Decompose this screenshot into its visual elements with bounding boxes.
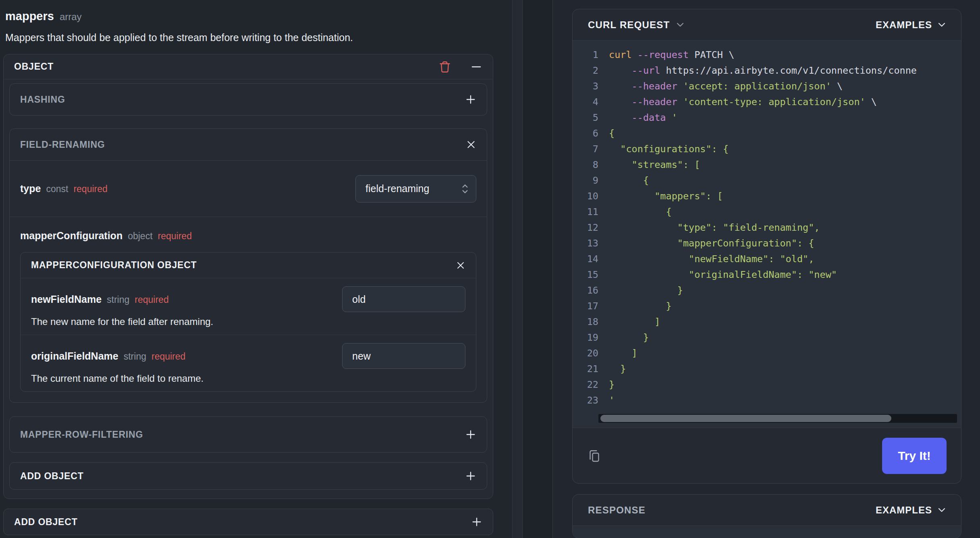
panel-gap [523,0,553,538]
close-icon[interactable] [456,261,465,270]
code-line: curl --request PATCH \ [609,47,961,63]
code-line: ' [609,393,961,408]
original-field-name-block: originalFieldName string required The cu… [21,335,476,391]
code-line-number: 17 [573,298,598,314]
mapper-row-filtering-section: MAPPER-ROW-FILTERING [9,416,487,453]
object-card: OBJECT [3,54,493,499]
code-line-number: 15 [573,267,598,283]
type-field-required: required [73,184,107,195]
hashing-section-header[interactable]: HASHING [10,84,487,115]
type-select[interactable]: field-renaming [355,175,476,203]
chevron-down-icon [938,507,946,513]
add-object-inner-label: ADD OBJECT [20,471,84,482]
code-line: "configurations": { [609,141,961,157]
trash-icon [438,60,452,74]
new-field-name-block: newFieldName string required The new nam… [21,278,476,335]
code-line: --header 'accept: application/json' \ [609,79,961,94]
code-line-number: 11 [573,204,598,220]
code-line-number: 19 [573,330,598,346]
code-line-number: 6 [573,126,598,141]
code-line-number: 8 [573,157,598,173]
add-object-outer-label: ADD OBJECT [14,517,78,528]
code-line: ] [609,314,961,330]
collapse-object-button[interactable] [470,61,482,73]
copy-icon [587,449,602,463]
original-field-name-label: originalFieldName [31,350,118,362]
code-line-number: 4 [573,94,598,110]
curl-request-title: CURL REQUEST [588,19,670,31]
close-icon[interactable] [466,139,476,150]
object-card-title: OBJECT [14,61,54,72]
code-line: "newFieldName": "old", [609,251,961,267]
new-field-name-kind: string [107,294,129,305]
original-field-name-required: required [152,351,185,362]
curl-code-lines: curl --request PATCH \ --url https://api… [609,47,961,408]
add-object-inner-button[interactable]: ADD OBJECT [9,462,487,490]
type-field-kind: const [46,184,68,195]
type-field-row: type const required field-renaming [10,161,487,217]
curl-code-block: 1234567891011121314151617181920212223 cu… [573,41,961,428]
curl-request-footer: Try It! [573,428,961,483]
code-line: "mappers": [ [609,188,961,204]
field-renaming-title: FIELD-RENAMING [20,139,105,150]
response-examples-dropdown[interactable]: EXAMPLES [876,505,946,516]
curl-examples-dropdown[interactable]: EXAMPLES [876,19,946,31]
mapper-configuration-object-card: MAPPERCONFIGURATION OBJECT newFieldName … [20,252,476,392]
delete-object-button[interactable] [438,60,452,74]
mapper-configuration-label: mapperConfiguration [20,230,122,242]
plus-icon [465,470,476,482]
field-description: Mappers that should be applied to the st… [5,32,493,43]
code-line-number: 22 [573,377,598,393]
copy-button[interactable] [587,449,602,463]
original-field-name-description: The current name of the field to rename. [31,373,465,384]
try-it-button[interactable]: Try It! [882,438,947,474]
plus-icon [465,94,476,105]
horizontal-scrollbar[interactable] [598,414,957,423]
code-line-number: 1 [573,47,598,63]
curl-code-gutter: 1234567891011121314151617181920212223 [573,47,598,408]
code-line: { [609,173,961,188]
chevron-down-icon [938,22,946,28]
code-line-number: 12 [573,220,598,236]
field-type-badge: array [60,11,82,23]
code-line: "originalFieldName": "new" [609,267,961,283]
minus-icon [470,61,482,73]
field-renaming-section-header[interactable]: FIELD-RENAMING [10,129,487,161]
original-field-name-kind: string [124,351,146,362]
response-header: RESPONSE EXAMPLES [573,495,961,526]
response-title: RESPONSE [588,505,646,516]
code-line-number: 2 [573,63,598,79]
code-line: --data ' [609,110,961,126]
response-examples-label: EXAMPLES [876,505,932,516]
response-card: RESPONSE EXAMPLES [572,494,961,538]
code-line: } [609,330,961,346]
panel-gutter [513,0,523,538]
code-line-number: 14 [573,251,598,267]
code-line-number: 21 [573,361,598,377]
hashing-title: HASHING [20,94,65,105]
code-line-number: 3 [573,79,598,94]
code-line-number: 13 [573,236,598,251]
mapper-row-filtering-title: MAPPER-ROW-FILTERING [20,429,143,440]
code-line-number: 16 [573,283,598,298]
code-line-number: 10 [573,188,598,204]
field-header: mappers array Mappers that should be app… [0,0,512,43]
add-object-outer-button[interactable]: ADD OBJECT [3,509,493,535]
code-line-number: 9 [573,173,598,188]
curl-request-dropdown[interactable]: CURL REQUEST [588,19,684,31]
code-line: } [609,361,961,377]
schema-panel: mappers array Mappers that should be app… [0,0,513,538]
horizontal-scrollbar-thumb[interactable] [600,415,891,422]
mapper-configuration-kind: object [128,231,152,242]
request-panel: CURL REQUEST EXAMPLES 12345678910111213 [553,0,980,538]
mapper-row-filtering-header[interactable]: MAPPER-ROW-FILTERING [10,417,487,452]
code-line: } [609,298,961,314]
mapper-configuration-section: mapperConfiguration object required MAPP… [10,217,487,402]
code-line: { [609,126,961,141]
code-line: "streams": [ [609,157,961,173]
original-field-name-input[interactable] [342,343,465,369]
new-field-name-input[interactable] [342,286,465,312]
chevron-down-icon [676,22,684,28]
mapper-configuration-object-header: MAPPERCONFIGURATION OBJECT [21,252,476,278]
type-select-value: field-renaming [365,183,429,195]
